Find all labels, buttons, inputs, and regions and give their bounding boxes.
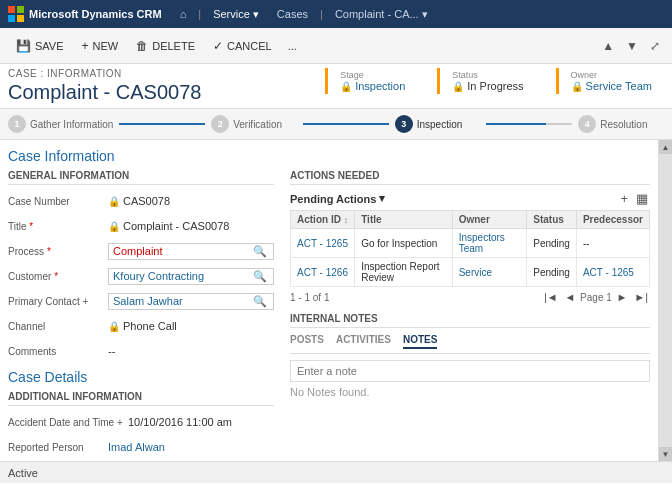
step-line-2 bbox=[303, 123, 389, 125]
home-button[interactable]: ⌂ bbox=[172, 4, 195, 24]
pending-actions-dropdown[interactable]: Pending Actions ▾ bbox=[290, 192, 385, 205]
reported-person-value[interactable]: Imad Alwan bbox=[108, 441, 165, 453]
step-circle-4: 4 bbox=[578, 115, 596, 133]
contact-input[interactable] bbox=[113, 295, 251, 307]
meta-stage: Stage 🔒 Inspection bbox=[325, 68, 417, 94]
meta-status: Status 🔒 In Progress bbox=[437, 68, 535, 94]
status-cell-2: Pending bbox=[527, 258, 577, 287]
action-id-cell-2[interactable]: ACT - 1266 bbox=[291, 258, 355, 287]
field-customer: Customer * 🔍 bbox=[8, 266, 274, 286]
general-info-subtitle: GENERAL INFORMATION bbox=[8, 170, 274, 185]
status-cell-1: Pending bbox=[527, 229, 577, 258]
field-label-contact: Primary Contact + bbox=[8, 296, 108, 307]
process-input-wrap[interactable]: 🔍 bbox=[108, 243, 274, 260]
expand-button[interactable]: ⤢ bbox=[646, 37, 664, 55]
toolbar: 💾 SAVE + NEW 🗑 DELETE ✓ CANCEL ... ▲ ▼ ⤢ bbox=[0, 28, 672, 64]
field-process: Process * 🔍 bbox=[8, 241, 274, 261]
scroll-up-button[interactable]: ▲ bbox=[659, 140, 673, 154]
process-search-button[interactable]: 🔍 bbox=[251, 245, 269, 258]
scrollbar[interactable]: ▲ ▼ bbox=[658, 140, 672, 461]
owner-cell-2[interactable]: Service bbox=[452, 258, 527, 287]
case-number-value: CAS0078 bbox=[123, 195, 170, 207]
status-label: Active bbox=[8, 467, 38, 479]
notes-input[interactable] bbox=[290, 360, 650, 382]
save-icon: 💾 bbox=[16, 39, 31, 53]
first-page-button[interactable]: |◄ bbox=[542, 291, 560, 303]
nav-up-button[interactable]: ▲ bbox=[598, 37, 618, 55]
field-accident-date: Accident Date and Time + 10/10/2016 11:0… bbox=[8, 412, 274, 432]
next-page-button[interactable]: ► bbox=[615, 291, 630, 303]
actions-header: Pending Actions ▾ + ▦ bbox=[290, 191, 650, 206]
two-column-layout: GENERAL INFORMATION Case Number 🔒 CAS007… bbox=[8, 170, 650, 461]
comments-value: -- bbox=[108, 345, 115, 357]
main-content: Case Information GENERAL INFORMATION Cas… bbox=[0, 140, 672, 461]
table-pagination: 1 - 1 of 1 |◄ ◄ Page 1 ► ►| bbox=[290, 291, 650, 303]
last-page-button[interactable]: ►| bbox=[632, 291, 650, 303]
notes-tabs: POSTS ACTIVITIES NOTES bbox=[290, 334, 650, 354]
accident-date-value: 10/10/2016 11:00 am bbox=[128, 416, 232, 428]
title-cell-2: Inspection Report Review bbox=[355, 258, 453, 287]
field-label-customer: Customer * bbox=[8, 271, 108, 282]
lock-field-icon: 🔒 bbox=[108, 196, 120, 207]
ms-logo-icon bbox=[8, 6, 24, 22]
page-nav-controls: |◄ ◄ Page 1 ► ►| bbox=[542, 291, 650, 303]
cancel-icon: ✓ bbox=[213, 39, 223, 53]
nav-cases[interactable]: Cases bbox=[269, 4, 316, 24]
sort-icon-action-id: ↕ bbox=[344, 215, 349, 225]
left-column: GENERAL INFORMATION Case Number 🔒 CAS007… bbox=[8, 170, 274, 461]
title-value: Complaint - CAS0078 bbox=[123, 220, 229, 232]
scroll-down-button[interactable]: ▼ bbox=[659, 447, 673, 461]
nav-service[interactable]: Service ▾ bbox=[205, 4, 267, 25]
field-label-process: Process * bbox=[8, 246, 108, 257]
field-case-number: Case Number 🔒 CAS0078 bbox=[8, 191, 274, 211]
customer-search-button[interactable]: 🔍 bbox=[251, 270, 269, 283]
new-icon: + bbox=[82, 39, 89, 53]
right-column: ACTIONS NEEDED Pending Actions ▾ + ▦ bbox=[290, 170, 650, 461]
tab-activities[interactable]: ACTIVITIES bbox=[336, 334, 391, 349]
step-label-4: Resolution bbox=[600, 119, 647, 130]
case-details-section: Case Details ADDITIONAL INFORMATION Acci… bbox=[8, 369, 274, 461]
process-step-1: 1 Gather Information bbox=[8, 115, 113, 133]
col-status: Status bbox=[527, 211, 577, 229]
contact-input-wrap[interactable]: 🔍 bbox=[108, 293, 274, 310]
add-action-button[interactable]: + bbox=[618, 191, 630, 206]
tab-notes[interactable]: NOTES bbox=[403, 334, 437, 349]
col-owner: Owner bbox=[452, 211, 527, 229]
process-step-2: 2 Verification bbox=[211, 115, 297, 133]
save-button[interactable]: 💾 SAVE bbox=[8, 35, 72, 57]
step-line-3 bbox=[486, 123, 572, 125]
delete-button[interactable]: 🗑 DELETE bbox=[128, 35, 203, 57]
no-notes-text: No Notes found. bbox=[290, 386, 650, 398]
step-circle-2: 2 bbox=[211, 115, 229, 133]
more-button[interactable]: ... bbox=[282, 36, 303, 56]
lock-icon-stage: 🔒 bbox=[340, 81, 352, 92]
customer-input[interactable] bbox=[113, 270, 251, 282]
process-step-3: 3 Inspection bbox=[395, 115, 481, 133]
stage-value: Inspection bbox=[355, 80, 405, 92]
content-area: Case Information GENERAL INFORMATION Cas… bbox=[0, 140, 658, 461]
contact-search-button[interactable]: 🔍 bbox=[251, 295, 269, 308]
nav-down-button[interactable]: ▼ bbox=[622, 37, 642, 55]
internal-notes-section: INTERNAL NOTES POSTS ACTIVITIES NOTES No… bbox=[290, 313, 650, 398]
new-button[interactable]: + NEW bbox=[74, 35, 127, 57]
tab-posts[interactable]: POSTS bbox=[290, 334, 324, 349]
predecessor-cell-2[interactable]: ACT - 1265 bbox=[576, 258, 649, 287]
meta-owner: Owner 🔒 Service Team bbox=[556, 68, 664, 94]
case-title: Complaint - CAS0078 bbox=[8, 81, 201, 104]
field-reported-person: Reported Person Imad Alwan bbox=[8, 437, 274, 457]
step-label-2: Verification bbox=[233, 119, 282, 130]
case-details-title: Case Details bbox=[8, 369, 274, 385]
nav-complaint[interactable]: Complaint - CA... ▾ bbox=[327, 4, 436, 25]
customer-input-wrap[interactable]: 🔍 bbox=[108, 268, 274, 285]
actions-grid-button[interactable]: ▦ bbox=[634, 191, 650, 206]
owner-cell-1[interactable]: Inspectors Team bbox=[452, 229, 527, 258]
process-input[interactable] bbox=[113, 245, 251, 257]
additional-info-subtitle: ADDITIONAL INFORMATION bbox=[8, 391, 274, 406]
table-row: ACT - 1265 Go for Inspection Inspectors … bbox=[291, 229, 650, 258]
case-meta: Stage 🔒 Inspection Status 🔒 In Progress … bbox=[325, 68, 664, 94]
svg-rect-0 bbox=[8, 6, 15, 13]
action-id-cell-1[interactable]: ACT - 1265 bbox=[291, 229, 355, 258]
prev-page-button[interactable]: ◄ bbox=[562, 291, 577, 303]
internal-notes-subtitle: INTERNAL NOTES bbox=[290, 313, 650, 328]
cancel-button[interactable]: ✓ CANCEL bbox=[205, 35, 280, 57]
